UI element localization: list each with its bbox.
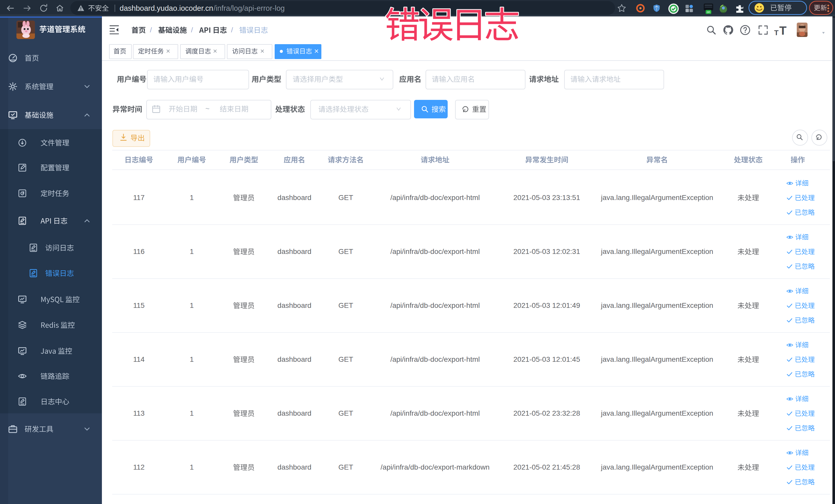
svg-text:on: on [707,10,710,14]
